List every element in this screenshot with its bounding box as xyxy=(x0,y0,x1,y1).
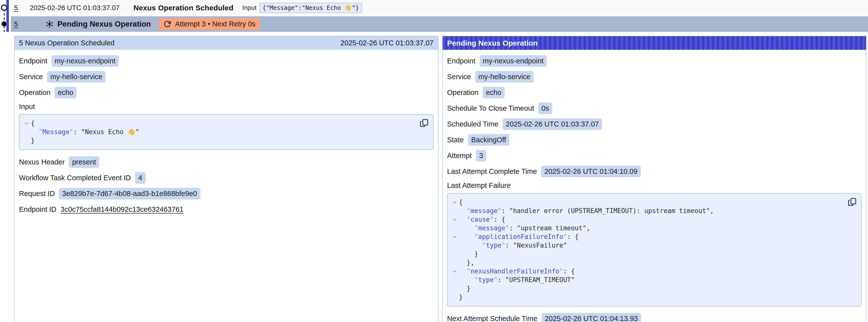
field-label: Attempt xyxy=(447,152,472,160)
detail-field: Schedule To Close Timeout0s xyxy=(447,103,862,114)
field-label: Endpoint xyxy=(19,57,48,65)
panel-body: Endpointmy-nexus-endpointServicemy-hello… xyxy=(443,50,866,322)
detail-field: Nexus Headerpresent xyxy=(19,156,434,168)
pending-star-icon xyxy=(45,20,54,29)
field-label: Service xyxy=(447,73,471,81)
detail-field: Attempt3 xyxy=(447,150,862,161)
fields-top: Endpointmy-nexus-endpointServicemy-hello… xyxy=(447,55,862,177)
json-line: } xyxy=(22,136,417,145)
json-text: } xyxy=(459,293,463,301)
event-id-link[interactable]: 5 xyxy=(14,20,18,28)
detail-field: StateBackingOff xyxy=(447,134,862,146)
json-line: } xyxy=(450,284,845,293)
json-text: "nexusHandlerFailureInfo": { xyxy=(459,267,575,276)
field-label: Scheduled Time xyxy=(447,120,498,128)
copy-icon xyxy=(420,119,429,127)
json-text: }, xyxy=(459,258,474,267)
detail-field: Endpointmy-nexus-endpoint xyxy=(447,55,862,67)
json-line: } xyxy=(450,250,845,258)
json-text: "Message": "Nexus Echo 👋" xyxy=(31,128,139,136)
collapse-chevron-icon[interactable] xyxy=(450,217,459,222)
panel-title: Pending Nexus Operation xyxy=(447,39,538,47)
retry-status-badge: Attempt 3 • Next Retry 0s xyxy=(159,18,260,30)
detail-field: Endpoint ID3c0c75ccfa8144b092c13ce632463… xyxy=(19,204,434,215)
field-label: Nexus Header xyxy=(19,158,65,166)
field-value-badge: my-hello-service xyxy=(475,71,534,83)
field-label: Last Attempt Complete Time xyxy=(447,167,537,175)
field-label: Schedule To Close Timeout xyxy=(447,104,534,112)
json-line: { xyxy=(450,198,845,206)
json-line: "message": "handler error (UPSTREAM_TIME… xyxy=(450,206,845,215)
detail-field: Workflow Task Completed Event ID4 xyxy=(19,172,434,184)
field-value-badge: 2025-02-26 UTC 01:04:13.93 xyxy=(541,313,641,322)
event-history-detail-screen: 5 2025-02-26 UTC 01:03:37.07 Nexus Opera… xyxy=(0,0,868,322)
field-value-badge: 3e829b7e-7d67-4b08-aad3-b1e868bfe9e0 xyxy=(59,188,200,199)
detail-field: Endpointmy-nexus-endpoint xyxy=(19,55,434,67)
field-label: State xyxy=(447,136,464,144)
pending-event-title: Pending Nexus Operation xyxy=(58,20,151,29)
input-code-block: { "Message": "Nexus Echo 👋"} xyxy=(19,114,434,150)
panel-body: Endpointmy-nexus-endpointServicemy-hello… xyxy=(14,50,438,215)
event-row-scheduled[interactable]: 5 2025-02-26 UTC 01:03:37.07 Nexus Opera… xyxy=(11,0,868,15)
json-text: { xyxy=(31,119,35,128)
field-value-badge: echo xyxy=(483,87,504,98)
json-line: "type": "NexusFailure" xyxy=(450,241,845,250)
event-timestamp: 2025-02-26 UTC 01:03:37.07 xyxy=(30,4,120,12)
selected-events-accent-bar xyxy=(6,0,9,32)
field-label: Endpoint xyxy=(447,57,475,65)
panel-header-scheduled: 5 Nexus Operation Scheduled 2025-02-26 U… xyxy=(14,36,438,50)
failure-section-label: Last Attempt Failure xyxy=(447,182,862,190)
detail-field: Servicemy-hello-service xyxy=(447,71,862,83)
field-value-badge: 4 xyxy=(135,172,145,184)
detail-field: Last Attempt Complete Time2025-02-26 UTC… xyxy=(447,166,862,177)
json-text: "message": "handler error (UPSTREAM_TIME… xyxy=(459,206,714,215)
retry-icon xyxy=(163,20,171,28)
field-label: Next Attempt Schedule Time xyxy=(447,315,537,322)
detail-field: Next Attempt Schedule Time2025-02-26 UTC… xyxy=(447,313,862,322)
event-title: Nexus Operation Scheduled xyxy=(133,4,234,12)
field-value-badge: 2025-02-26 UTC 01:03:37.07 xyxy=(503,118,602,130)
fields-top: Endpointmy-nexus-endpointServicemy-hello… xyxy=(19,55,434,98)
fields-bottom: Nexus HeaderpresentWorkflow Task Complet… xyxy=(19,156,434,215)
detail-field: Operationecho xyxy=(447,87,862,98)
json-text: } xyxy=(31,136,35,145)
event-row-pending[interactable]: 5 Pending Nexus Operation Attempt 3 • Ne… xyxy=(11,16,868,32)
json-lines: { "message": "handler error (UPSTREAM_TI… xyxy=(450,198,845,301)
detail-field: Operationecho xyxy=(19,87,434,98)
field-value-link[interactable]: 3c0c75ccfa8144b092c13ce632463761 xyxy=(61,205,184,214)
field-label: Endpoint ID xyxy=(19,205,57,214)
field-label: Operation xyxy=(447,89,478,97)
json-text: } xyxy=(459,284,470,293)
json-line: "nexusHandlerFailureInfo": { xyxy=(450,267,845,276)
json-line: "message": "upstream timeout", xyxy=(450,224,845,232)
copy-button[interactable] xyxy=(419,118,429,128)
json-lines: { "Message": "Nexus Echo 👋"} xyxy=(22,119,417,145)
field-value-badge: my-hello-service xyxy=(47,71,105,83)
json-text: "applicationFailureInfo": { xyxy=(459,232,579,241)
field-label: Workflow Task Completed Event ID xyxy=(19,174,131,182)
retry-badge-label: Attempt 3 • Next Retry 0s xyxy=(175,20,256,28)
panel-timestamp: 2025-02-26 UTC 01:03:37.07 xyxy=(340,39,434,47)
input-inline-label: Input xyxy=(242,4,257,11)
copy-button[interactable] xyxy=(847,197,857,207)
detail-field: Request ID3e829b7e-7d67-4b08-aad3-b1e868… xyxy=(19,188,434,199)
collapse-chevron-icon[interactable] xyxy=(450,234,459,240)
json-text: "type": "NexusFailure" xyxy=(459,241,567,250)
collapse-chevron-icon[interactable] xyxy=(450,269,459,274)
collapse-chevron-icon[interactable] xyxy=(22,121,31,126)
scheduled-event-detail-panel: 5 Nexus Operation Scheduled 2025-02-26 U… xyxy=(14,36,438,322)
field-value-badge: BackingOff xyxy=(468,134,509,146)
event-dot-filled xyxy=(2,22,7,26)
json-line: } xyxy=(450,293,845,301)
field-value-badge: 0s xyxy=(538,103,552,114)
detail-field: Scheduled Time2025-02-26 UTC 01:03:37.07 xyxy=(447,118,862,130)
field-label: Operation xyxy=(19,89,50,97)
event-dot-hollow xyxy=(1,4,7,11)
field-label: Service xyxy=(19,73,43,81)
json-line: }, xyxy=(450,258,845,267)
collapse-chevron-icon[interactable] xyxy=(450,200,459,205)
input-inline-value: {"Message":"Nexus Echo 👋"} xyxy=(259,3,362,13)
field-value-badge: 2025-02-26 UTC 01:04:10.09 xyxy=(541,166,641,177)
json-text: { xyxy=(459,198,463,206)
event-id-link[interactable]: 5 xyxy=(14,4,18,12)
